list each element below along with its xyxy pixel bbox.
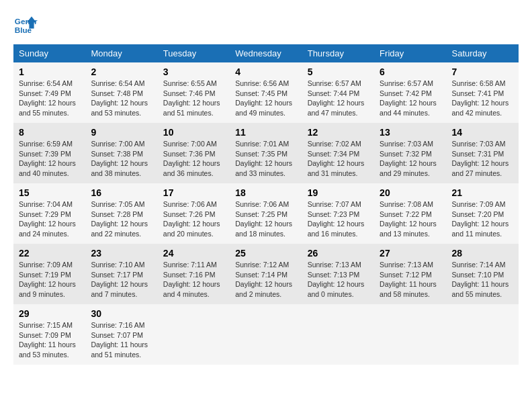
day-number: 29	[19, 308, 80, 319]
calendar-cell: 23Sunrise: 7:10 AM Sunset: 7:17 PM Dayli…	[85, 244, 157, 304]
calendar-cell: 20Sunrise: 7:08 AM Sunset: 7:22 PM Dayli…	[374, 183, 446, 244]
day-number: 19	[308, 187, 369, 198]
day-info: Sunrise: 7:06 AM Sunset: 7:26 PM Dayligh…	[163, 199, 224, 239]
day-number: 1	[19, 66, 80, 77]
column-header-friday: Friday	[374, 44, 446, 62]
column-header-tuesday: Tuesday	[158, 44, 230, 62]
day-info: Sunrise: 7:00 AM Sunset: 7:38 PM Dayligh…	[91, 139, 152, 179]
column-header-monday: Monday	[85, 44, 157, 62]
column-header-thursday: Thursday	[302, 44, 374, 62]
calendar-cell: 24Sunrise: 7:11 AM Sunset: 7:16 PM Dayli…	[158, 244, 230, 304]
day-info: Sunrise: 6:57 AM Sunset: 7:42 PM Dayligh…	[380, 79, 441, 118]
day-number: 2	[91, 66, 152, 77]
day-info: Sunrise: 7:12 AM Sunset: 7:14 PM Dayligh…	[235, 260, 296, 300]
day-number: 13	[380, 127, 441, 138]
day-info: Sunrise: 7:16 AM Sunset: 7:07 PM Dayligh…	[91, 320, 152, 360]
calendar-week-row: 29Sunrise: 7:15 AM Sunset: 7:09 PM Dayli…	[13, 304, 519, 365]
day-number: 21	[452, 187, 513, 198]
day-info: Sunrise: 7:15 AM Sunset: 7:09 PM Dayligh…	[19, 320, 80, 360]
logo-icon: General Blue	[13, 13, 38, 38]
day-info: Sunrise: 7:02 AM Sunset: 7:34 PM Dayligh…	[308, 139, 369, 179]
calendar-cell: 14Sunrise: 7:03 AM Sunset: 7:31 PM Dayli…	[447, 123, 519, 183]
page-header: General Blue	[13, 13, 519, 38]
calendar-cell: 6Sunrise: 6:57 AM Sunset: 7:42 PM Daylig…	[374, 62, 446, 123]
day-number: 23	[91, 248, 152, 259]
day-info: Sunrise: 7:09 AM Sunset: 7:20 PM Dayligh…	[452, 199, 513, 239]
day-number: 6	[380, 66, 441, 77]
day-number: 26	[308, 248, 369, 259]
day-info: Sunrise: 6:56 AM Sunset: 7:45 PM Dayligh…	[235, 79, 296, 118]
day-number: 25	[235, 248, 296, 259]
calendar-cell	[302, 304, 374, 365]
day-info: Sunrise: 7:04 AM Sunset: 7:29 PM Dayligh…	[19, 199, 80, 239]
day-number: 5	[308, 66, 369, 77]
day-info: Sunrise: 7:03 AM Sunset: 7:32 PM Dayligh…	[380, 139, 441, 179]
day-info: Sunrise: 7:08 AM Sunset: 7:22 PM Dayligh…	[380, 199, 441, 239]
day-info: Sunrise: 6:54 AM Sunset: 7:48 PM Dayligh…	[91, 79, 152, 118]
column-header-wednesday: Wednesday	[230, 44, 302, 62]
day-number: 27	[380, 248, 441, 259]
calendar-cell: 27Sunrise: 7:13 AM Sunset: 7:12 PM Dayli…	[374, 244, 446, 304]
calendar-cell: 7Sunrise: 6:58 AM Sunset: 7:41 PM Daylig…	[447, 62, 519, 123]
day-number: 18	[235, 187, 296, 198]
calendar-cell	[447, 304, 519, 365]
calendar-cell: 17Sunrise: 7:06 AM Sunset: 7:26 PM Dayli…	[158, 183, 230, 244]
calendar-cell: 8Sunrise: 6:59 AM Sunset: 7:39 PM Daylig…	[13, 123, 85, 183]
calendar-cell: 15Sunrise: 7:04 AM Sunset: 7:29 PM Dayli…	[13, 183, 85, 244]
calendar-cell: 2Sunrise: 6:54 AM Sunset: 7:48 PM Daylig…	[85, 62, 157, 123]
day-number: 4	[235, 66, 296, 77]
calendar-week-row: 1Sunrise: 6:54 AM Sunset: 7:49 PM Daylig…	[13, 62, 519, 123]
day-info: Sunrise: 7:13 AM Sunset: 7:12 PM Dayligh…	[380, 260, 441, 300]
logo: General Blue	[13, 13, 38, 38]
day-info: Sunrise: 7:05 AM Sunset: 7:28 PM Dayligh…	[91, 199, 152, 239]
calendar-week-row: 15Sunrise: 7:04 AM Sunset: 7:29 PM Dayli…	[13, 183, 519, 244]
day-number: 24	[163, 248, 224, 259]
calendar-cell: 16Sunrise: 7:05 AM Sunset: 7:28 PM Dayli…	[85, 183, 157, 244]
calendar-cell: 30Sunrise: 7:16 AM Sunset: 7:07 PM Dayli…	[85, 304, 157, 365]
day-number: 15	[19, 187, 80, 198]
day-number: 10	[163, 127, 224, 138]
calendar-cell	[158, 304, 230, 365]
day-info: Sunrise: 7:06 AM Sunset: 7:25 PM Dayligh…	[235, 199, 296, 239]
calendar-header-row: SundayMondayTuesdayWednesdayThursdayFrid…	[13, 44, 519, 62]
day-number: 17	[163, 187, 224, 198]
day-info: Sunrise: 7:00 AM Sunset: 7:36 PM Dayligh…	[163, 139, 224, 179]
day-info: Sunrise: 7:13 AM Sunset: 7:13 PM Dayligh…	[308, 260, 369, 300]
day-info: Sunrise: 6:54 AM Sunset: 7:49 PM Dayligh…	[19, 79, 80, 118]
calendar-cell: 21Sunrise: 7:09 AM Sunset: 7:20 PM Dayli…	[447, 183, 519, 244]
day-info: Sunrise: 7:11 AM Sunset: 7:16 PM Dayligh…	[163, 260, 224, 300]
column-header-saturday: Saturday	[447, 44, 519, 62]
day-info: Sunrise: 6:58 AM Sunset: 7:41 PM Dayligh…	[452, 79, 513, 118]
calendar-cell: 11Sunrise: 7:01 AM Sunset: 7:35 PM Dayli…	[230, 123, 302, 183]
calendar-cell: 22Sunrise: 7:09 AM Sunset: 7:19 PM Dayli…	[13, 244, 85, 304]
calendar-cell: 9Sunrise: 7:00 AM Sunset: 7:38 PM Daylig…	[85, 123, 157, 183]
day-info: Sunrise: 7:09 AM Sunset: 7:19 PM Dayligh…	[19, 260, 80, 300]
day-number: 28	[452, 248, 513, 259]
calendar-week-row: 22Sunrise: 7:09 AM Sunset: 7:19 PM Dayli…	[13, 244, 519, 304]
calendar-week-row: 8Sunrise: 6:59 AM Sunset: 7:39 PM Daylig…	[13, 123, 519, 183]
day-number: 3	[163, 66, 224, 77]
calendar-cell: 19Sunrise: 7:07 AM Sunset: 7:23 PM Dayli…	[302, 183, 374, 244]
day-info: Sunrise: 6:59 AM Sunset: 7:39 PM Dayligh…	[19, 139, 80, 179]
calendar-cell: 12Sunrise: 7:02 AM Sunset: 7:34 PM Dayli…	[302, 123, 374, 183]
calendar-cell	[374, 304, 446, 365]
calendar-cell	[230, 304, 302, 365]
day-number: 12	[308, 127, 369, 138]
day-number: 30	[91, 308, 152, 319]
day-info: Sunrise: 6:57 AM Sunset: 7:44 PM Dayligh…	[308, 79, 369, 118]
calendar-cell: 28Sunrise: 7:14 AM Sunset: 7:10 PM Dayli…	[447, 244, 519, 304]
day-number: 7	[452, 66, 513, 77]
day-info: Sunrise: 7:07 AM Sunset: 7:23 PM Dayligh…	[308, 199, 369, 239]
column-header-sunday: Sunday	[13, 44, 85, 62]
calendar-cell: 5Sunrise: 6:57 AM Sunset: 7:44 PM Daylig…	[302, 62, 374, 123]
calendar-cell: 10Sunrise: 7:00 AM Sunset: 7:36 PM Dayli…	[158, 123, 230, 183]
day-info: Sunrise: 7:10 AM Sunset: 7:17 PM Dayligh…	[91, 260, 152, 300]
calendar-cell: 1Sunrise: 6:54 AM Sunset: 7:49 PM Daylig…	[13, 62, 85, 123]
day-number: 9	[91, 127, 152, 138]
day-number: 14	[452, 127, 513, 138]
day-info: Sunrise: 6:55 AM Sunset: 7:46 PM Dayligh…	[163, 79, 224, 118]
day-number: 20	[380, 187, 441, 198]
day-info: Sunrise: 7:01 AM Sunset: 7:35 PM Dayligh…	[235, 139, 296, 179]
day-number: 8	[19, 127, 80, 138]
day-number: 11	[235, 127, 296, 138]
